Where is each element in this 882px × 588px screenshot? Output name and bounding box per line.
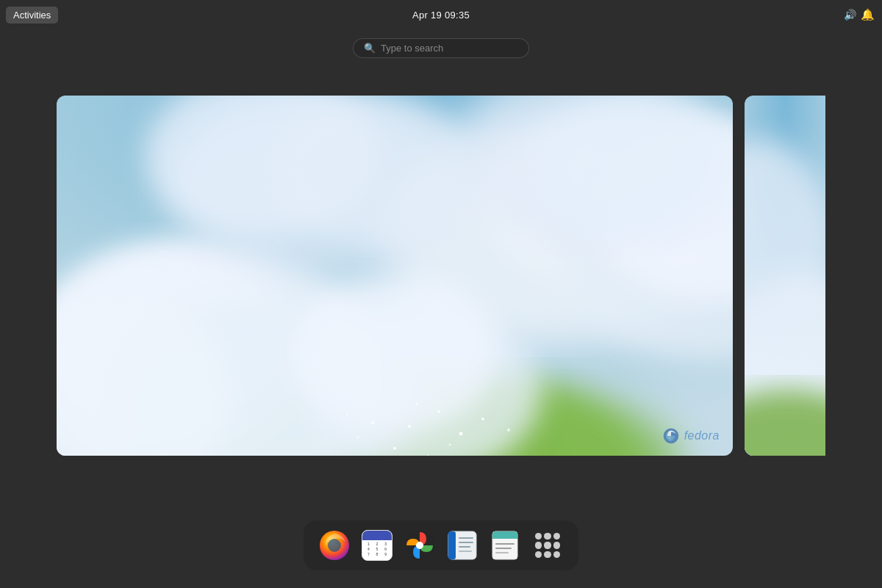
dock-item-calendar[interactable]: 123 456 789 xyxy=(359,528,395,563)
svg-point-27 xyxy=(393,447,396,450)
svg-point-30 xyxy=(346,415,348,417)
search-bar: 🔍 xyxy=(353,38,529,58)
dock: 123 456 789 xyxy=(304,520,578,570)
svg-rect-44 xyxy=(448,531,456,559)
activities-button[interactable]: Activities xyxy=(6,7,58,24)
search-icon: 🔍 xyxy=(364,43,376,54)
svg-rect-46 xyxy=(459,542,473,543)
svg-point-15 xyxy=(292,272,498,434)
calendar-icon: 123 456 789 xyxy=(362,530,392,561)
svg-point-25 xyxy=(371,421,374,424)
svg-point-42 xyxy=(416,542,423,549)
workspace-primary[interactable]: fedora xyxy=(57,96,733,456)
svg-point-31 xyxy=(507,429,510,431)
dock-item-notes[interactable] xyxy=(445,528,480,563)
workspace-secondary[interactable] xyxy=(745,96,825,456)
datetime-display: Apr 19 09:35 xyxy=(412,10,470,21)
svg-rect-53 xyxy=(495,548,512,549)
search-input[interactable] xyxy=(381,43,506,54)
dock-item-app-grid[interactable] xyxy=(530,528,565,563)
wallpaper-canvas: fedora xyxy=(57,96,733,456)
search-bar-wrap: 🔍 xyxy=(353,38,529,58)
svg-point-26 xyxy=(357,437,359,439)
secondary-wallpaper xyxy=(745,96,825,456)
svg-point-22 xyxy=(437,410,440,413)
svg-rect-54 xyxy=(495,552,509,553)
dock-item-gnome-software[interactable] xyxy=(402,528,437,563)
svg-point-18 xyxy=(270,96,476,243)
svg-point-29 xyxy=(481,417,484,420)
svg-rect-51 xyxy=(492,536,517,539)
svg-rect-47 xyxy=(459,546,470,548)
svg-point-28 xyxy=(449,444,451,446)
gedit-icon xyxy=(490,530,520,561)
system-icons: 🔊 🔔 xyxy=(844,8,875,21)
svg-point-24 xyxy=(416,404,418,406)
dock-item-firefox[interactable] xyxy=(317,528,352,563)
svg-rect-48 xyxy=(459,551,472,552)
svg-rect-52 xyxy=(495,543,514,545)
volume-icon[interactable]: 🔊 xyxy=(844,9,856,21)
svg-point-21 xyxy=(408,425,411,428)
fedora-logo: fedora xyxy=(663,428,720,444)
fedora-logo-text: fedora xyxy=(684,429,720,442)
notes-icon xyxy=(447,530,478,561)
notification-icon[interactable]: 🔔 xyxy=(861,8,875,21)
gnome-software-icon xyxy=(404,530,435,561)
fedora-logo-icon xyxy=(663,428,679,444)
workspace-area: fedora xyxy=(0,96,882,456)
wallpaper-svg xyxy=(57,96,733,456)
firefox-icon xyxy=(319,530,350,561)
svg-point-23 xyxy=(459,432,463,436)
topbar: Activities Apr 19 09:35 🔊 🔔 xyxy=(0,0,882,29)
app-grid-icon xyxy=(532,530,563,561)
dock-item-gedit[interactable] xyxy=(487,528,523,563)
svg-point-40 xyxy=(328,539,341,552)
svg-point-37 xyxy=(745,390,825,456)
svg-rect-45 xyxy=(459,537,473,539)
